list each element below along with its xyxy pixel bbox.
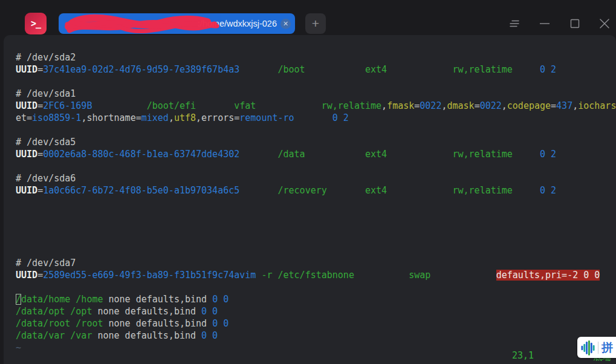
ime-separator	[598, 342, 598, 354]
text-segment: =	[37, 100, 43, 111]
terminal-line	[16, 197, 616, 209]
text-segment: /boot	[277, 64, 305, 75]
text-segment	[70, 318, 76, 329]
text-segment: # /dev/sda5	[16, 137, 76, 148]
text-segment	[239, 64, 277, 75]
text-segment: rw,relatime	[322, 100, 381, 111]
text-segment: ext4	[365, 185, 387, 196]
text-segment: swap	[409, 270, 430, 281]
text-segment	[239, 149, 277, 160]
text-segment: mixed	[141, 112, 169, 123]
text-segment: ,	[169, 112, 174, 123]
text-segment: UUID	[16, 64, 37, 75]
text-segment: rw,relatime	[452, 64, 512, 75]
ime-indicator-badge[interactable]: 拼	[577, 337, 616, 358]
text-segment: rw,relatime	[452, 149, 512, 160]
text-segment: iochars	[578, 100, 616, 111]
terminal-tab[interactable]: :/home/wdxkxjsj-026 ✕	[59, 13, 295, 34]
text-segment: ext4	[365, 64, 387, 75]
terminal-line	[16, 209, 616, 221]
text-segment: ,	[381, 100, 387, 111]
text-segment: /data	[277, 149, 305, 160]
minimize-icon[interactable]	[539, 18, 550, 29]
terminal-line: UUID=0002e6a8-880c-468f-b1ea-63747dde430…	[16, 148, 616, 160]
terminal-line	[16, 221, 616, 233]
terminal-line: # /dev/sda1	[16, 88, 616, 100]
text-segment: 0 2	[540, 149, 556, 160]
terminal-line: # /dev/sda2	[16, 51, 616, 63]
text-segment: 437	[556, 100, 572, 111]
vim-ruler: 23,1	[512, 350, 534, 361]
terminal-line: UUID=1a0c66c7-6b72-4f08-b5e0-a1b97034a6c…	[16, 184, 616, 197]
text-segment: /data/var	[16, 330, 65, 341]
text-segment: /boot/efi	[147, 100, 196, 111]
text-segment: /recovery	[277, 185, 326, 196]
menu-icon[interactable]	[509, 18, 520, 29]
terminal-line: # /dev/sda7	[16, 257, 616, 269]
text-segment: none defaults,bind	[103, 318, 213, 329]
text-segment: 0 2	[332, 112, 349, 123]
text-segment: data/home	[21, 294, 70, 305]
text-segment: 0 0	[212, 318, 229, 329]
terminal-viewport[interactable]: # /dev/sda2UUID=37c41ea9-02d2-4d76-9d59-…	[4, 35, 616, 364]
text-segment: none defaults,bind	[92, 330, 201, 341]
maximize-icon[interactable]	[569, 18, 580, 29]
text-segment: UUID	[16, 100, 37, 111]
text-segment: /data/root	[16, 318, 70, 329]
text-segment: none defaults,bind	[103, 294, 213, 305]
text-segment: 0 2	[540, 64, 556, 75]
close-icon[interactable]	[599, 18, 610, 29]
terminal-app-icon: >_	[25, 13, 47, 34]
text-segment: codepage	[507, 100, 551, 111]
text-segment	[430, 270, 496, 281]
text-segment	[65, 330, 70, 341]
text-segment	[65, 306, 70, 317]
text-segment	[327, 185, 365, 196]
text-segment: 0022	[420, 100, 441, 111]
ime-pinyin-label: 拼	[601, 342, 613, 353]
text-segment: =	[37, 149, 43, 160]
terminal-line: /data/root /root none defaults,bind 0 0	[16, 317, 616, 330]
text-segment	[387, 149, 452, 160]
text-segment: # /dev/sda6	[16, 173, 76, 184]
text-segment	[305, 64, 365, 75]
terminal-line: UUID=37c41ea9-02d2-4d76-9d59-7e389f67b4a…	[16, 63, 616, 76]
text-segment	[513, 149, 540, 160]
text-segment: /opt	[70, 306, 92, 317]
terminal-line: # /dev/sda5	[16, 136, 616, 148]
tab-close-icon[interactable]: ✕	[280, 19, 291, 29]
text-segment: -r	[261, 270, 272, 281]
text-segment: none defaults,bind	[92, 306, 201, 317]
text-segment: UUID	[16, 149, 37, 160]
text-segment: remount-ro	[239, 112, 294, 123]
terminal-line: UUID=2589ed55-e669-49f3-ba89-f31b51f9c74…	[16, 269, 616, 281]
text-segment	[387, 64, 452, 75]
tab-title: :/home/wdxkxjsj-026	[198, 13, 277, 34]
text-segment: ,	[502, 100, 507, 111]
terminal-line	[16, 281, 616, 293]
text-segment	[239, 185, 277, 196]
text-segment: ~	[16, 342, 21, 353]
text-segment: dmask	[447, 100, 474, 111]
text-segment: UUID	[16, 185, 37, 196]
text-segment: /data/opt	[16, 306, 65, 317]
text-segment	[70, 294, 76, 305]
text-segment: 2589ed55-e669-49f3-ba89-f31b51f9c74avim	[43, 270, 256, 281]
terminal-line: UUID=2FC6-169B /boot/efi vfat rw,relatim…	[16, 100, 616, 112]
text-segment: ,errors=	[196, 112, 239, 123]
text-segment	[294, 112, 332, 123]
text-segment	[256, 100, 321, 111]
terminal-content: # /dev/sda2UUID=37c41ea9-02d2-4d76-9d59-…	[16, 51, 616, 354]
text-segment: ,	[572, 100, 578, 111]
text-segment: # /dev/sda2	[16, 52, 76, 63]
terminal-line: et=iso8859-1,shortname=mixed,utf8,errors…	[16, 112, 616, 124]
error-highlight: defaults,pri=-2 0 0	[496, 270, 600, 281]
text-segment	[513, 64, 540, 75]
text-segment: =	[414, 100, 420, 111]
new-tab-button[interactable]: +	[305, 13, 326, 34]
text-segment: 2FC6-169B	[43, 100, 92, 111]
text-segment: utf8	[174, 112, 196, 123]
terminal-window: >_ :/home/wdxkxjsj-026 ✕ +	[0, 0, 616, 364]
text-segment: 1a0c66c7-6b72-4f08-b5e0-a1b97034a6c5	[43, 185, 239, 196]
text-segment: =	[475, 100, 480, 111]
